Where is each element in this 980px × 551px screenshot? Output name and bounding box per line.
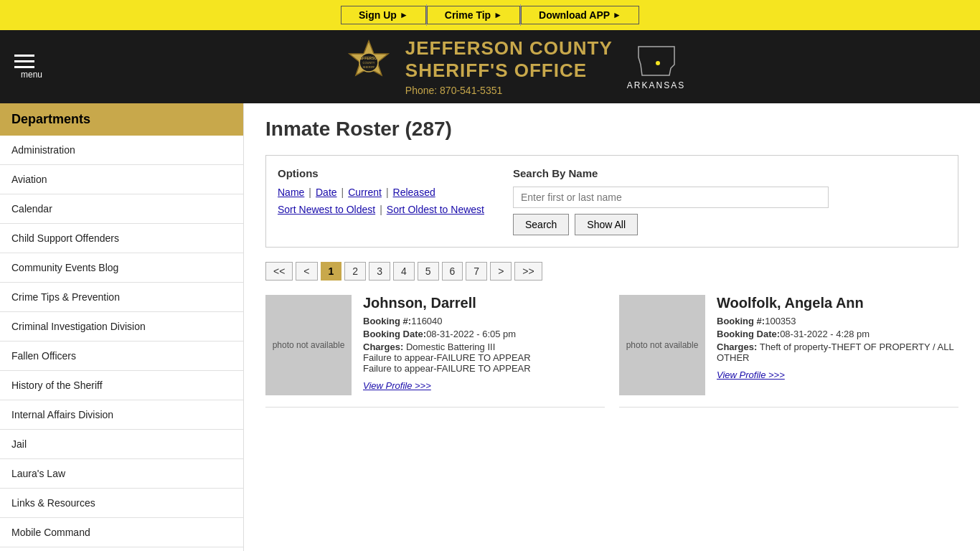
arkansas-map-icon — [635, 43, 678, 79]
sidebar-item-administration[interactable]: Administration — [0, 136, 243, 165]
crimetip-label: Crime Tip — [445, 9, 491, 21]
state-label: ARKANSAS — [627, 80, 685, 90]
inmate-info-2: Woolfolk, Angela Ann Booking #:100353 Bo… — [717, 295, 958, 395]
page-2[interactable]: 2 — [344, 262, 366, 281]
inmate-booking-date-1: Booking Date:08-31-2022 - 6:05 pm — [363, 329, 605, 339]
sort-links: Sort Newest to Oldest | Sort Oldest to N… — [278, 204, 484, 215]
inmate-info-1: Johnson, Darrell Booking #:116040 Bookin… — [363, 295, 605, 395]
inmate-photo-1: photo not available — [265, 295, 352, 395]
options-header: Options — [278, 167, 484, 179]
page-last[interactable]: >> — [514, 262, 542, 281]
search-header: Search By Name — [513, 167, 946, 179]
main-layout: Departments Administration Aviation Cale… — [0, 103, 980, 551]
signup-arrow: ► — [400, 10, 408, 20]
page-title: Inmate Roster (287) — [265, 118, 958, 141]
downloadapp-label: Download APP — [539, 9, 610, 21]
sidebar-item-lauras-law[interactable]: Laura's Law — [0, 459, 243, 489]
sidebar-item-jail[interactable]: Jail — [0, 430, 243, 459]
downloadapp-arrow: ► — [613, 10, 621, 20]
page-5[interactable]: 5 — [418, 262, 439, 281]
search-panel: Search By Name Search Show All — [513, 167, 946, 235]
filter-released[interactable]: Released — [393, 187, 435, 198]
page-prev[interactable]: < — [296, 262, 317, 281]
filter-name[interactable]: Name — [278, 187, 304, 198]
sidebar-header: Departments — [0, 103, 243, 136]
inmate-booking-num-2: Booking #:100353 — [717, 316, 958, 326]
view-profile-1[interactable]: View Profile >>> — [363, 380, 431, 391]
search-button[interactable]: Search — [513, 214, 569, 235]
page-4[interactable]: 4 — [393, 262, 415, 281]
page-next[interactable]: > — [490, 262, 512, 281]
svg-text:JEFFERSON: JEFFERSON — [358, 56, 380, 60]
inmate-name-1: Johnson, Darrell — [363, 295, 605, 311]
view-profile-2[interactable]: View Profile >>> — [717, 369, 785, 380]
page-6[interactable]: 6 — [442, 262, 463, 281]
svg-point-6 — [656, 61, 660, 65]
inmate-photo-2: photo not available — [619, 295, 705, 395]
menu-label: menu — [21, 70, 42, 80]
menu-button[interactable]: menu — [14, 55, 49, 80]
inmate-card-2: photo not available Woolfolk, Angela Ann… — [619, 295, 958, 408]
page-3[interactable]: 3 — [369, 262, 390, 281]
page-7[interactable]: 7 — [466, 262, 487, 281]
signup-button[interactable]: Sign Up ► — [341, 6, 426, 24]
sidebar-item-links-resources[interactable]: Links & Resources — [0, 489, 243, 518]
search-input[interactable] — [513, 187, 829, 208]
sidebar: Departments Administration Aviation Cale… — [0, 103, 244, 551]
downloadapp-button[interactable]: Download APP ► — [521, 6, 639, 24]
crimetip-arrow: ► — [494, 10, 502, 20]
sidebar-item-child-support-offenders[interactable]: Child Support Offenders — [0, 224, 243, 253]
svg-marker-5 — [639, 47, 674, 75]
sidebar-item-internal-affairs[interactable]: Internal Affairs Division — [0, 400, 243, 430]
site-header: menu JEFFERSON COUNTY SHERIFF JEFFERSON … — [0, 30, 980, 103]
crimetip-button[interactable]: Crime Tip ► — [427, 6, 520, 24]
sort-newest[interactable]: Sort Newest to Oldest — [278, 204, 375, 215]
header-logo-area: JEFFERSON COUNTY SHERIFF JEFFERSON COUNT… — [63, 37, 966, 96]
filter-links: Name | Date | Current | Released — [278, 187, 484, 198]
hamburger-icon — [14, 55, 34, 68]
header-title: JEFFERSON COUNTY SHERIFF'S OFFICE Phone:… — [405, 37, 613, 96]
page-1[interactable]: 1 — [321, 262, 342, 281]
inmate-charges-2: Charges: Theft of property-THEFT OF PROP… — [717, 342, 958, 363]
inmate-charges-1: Charges: Domestic Battering III Failure … — [363, 342, 605, 374]
inmate-card-1: photo not available Johnson, Darrell Boo… — [265, 295, 605, 408]
sidebar-item-mobile-command[interactable]: Mobile Command — [0, 518, 243, 547]
options-search-row: Options Name | Date | Current | Released… — [265, 155, 958, 248]
inmate-name-2: Woolfolk, Angela Ann — [717, 295, 958, 311]
filter-current[interactable]: Current — [348, 187, 382, 198]
inmate-booking-date-2: Booking Date:08-31-2022 - 4:28 pm — [717, 329, 958, 339]
header-right: ARKANSAS — [627, 43, 685, 90]
sidebar-item-community-events-blog[interactable]: Community Events Blog — [0, 253, 243, 283]
svg-text:COUNTY: COUNTY — [362, 61, 374, 65]
inmate-booking-num-1: Booking #:116040 — [363, 316, 605, 326]
sidebar-item-crime-tips[interactable]: Crime Tips & Prevention — [0, 283, 243, 312]
header-line1: JEFFERSON COUNTY — [405, 37, 613, 60]
header-phone: Phone: 870-541-5351 — [405, 85, 613, 96]
sidebar-item-aviation[interactable]: Aviation — [0, 165, 243, 194]
filter-date[interactable]: Date — [316, 187, 337, 198]
signup-label: Sign Up — [359, 9, 397, 21]
header-line2: SHERIFF'S OFFICE — [405, 60, 613, 82]
sidebar-item-cid[interactable]: Criminal Investigation Division — [0, 312, 243, 342]
top-bar: Sign Up ► Crime Tip ► Download APP ► — [0, 0, 980, 30]
sidebar-item-fallen-officers[interactable]: Fallen Officers — [0, 342, 243, 371]
inmate-grid: photo not available Johnson, Darrell Boo… — [265, 295, 958, 408]
main-content: Inmate Roster (287) Options Name | Date … — [244, 103, 980, 551]
sort-oldest[interactable]: Sort Oldest to Newest — [387, 204, 484, 215]
sheriff-badge-icon: JEFFERSON COUNTY SHERIFF — [344, 38, 394, 95]
search-btn-row: Search Show All — [513, 214, 946, 235]
options-panel: Options Name | Date | Current | Released… — [278, 167, 484, 235]
pagination: << < 1 2 3 4 5 6 7 > >> — [265, 262, 958, 281]
page-first[interactable]: << — [265, 262, 293, 281]
sidebar-item-history-sheriff[interactable]: History of the Sheriff — [0, 371, 243, 400]
svg-text:SHERIFF: SHERIFF — [362, 65, 375, 69]
showall-button[interactable]: Show All — [575, 214, 638, 235]
sidebar-item-calendar[interactable]: Calendar — [0, 194, 243, 224]
